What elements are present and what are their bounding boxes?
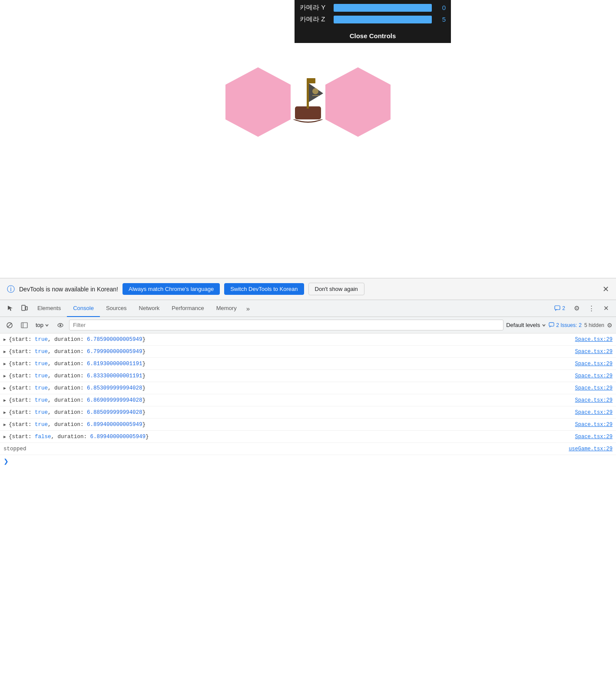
console-eye-button[interactable] [54,320,66,330]
console-log-line: ▶{start: true, duration: 6.8994000000059… [0,419,616,431]
stopped-source[interactable]: useGame.tsx:29 [569,446,613,452]
expand-arrow[interactable]: ▶ [3,361,6,366]
svg-point-5 [312,88,318,94]
banner-close-button[interactable]: ✕ [603,284,609,294]
clear-console-button[interactable] [3,320,16,330]
devtools-main-toolbar: Elements Console Sources Network Perform… [0,300,616,317]
info-icon: ⓘ [7,284,15,294]
source-link[interactable]: Space.tsx:29 [575,349,613,355]
svg-rect-9 [26,307,27,310]
console-log-line: ▶{start: true, duration: 6.8530999999940… [0,382,616,394]
console-log-line: ▶{start: true, duration: 6.8193000000011… [0,358,616,370]
expand-arrow[interactable]: ▶ [3,337,6,342]
svg-rect-10 [555,306,560,310]
close-devtools-button[interactable]: ✕ [600,303,613,314]
console-log-line: ▶{start: true, duration: 6.8690999999940… [0,394,616,406]
devtools-right-icons: 2 ⚙ ⋮ ✕ [551,303,613,314]
svg-rect-8 [22,305,25,310]
source-link[interactable]: Space.tsx:29 [575,422,613,428]
prompt-arrow: ❯ [3,458,9,465]
tab-elements[interactable]: Elements [31,300,67,317]
svg-rect-13 [21,323,27,328]
issues-chat-icon [549,322,554,328]
right-hexagon [321,65,395,139]
camera-z-row: 카메라 Z 5 [300,15,446,23]
source-link[interactable]: Space.tsx:29 [575,434,613,440]
issues-count-value: 2 [562,305,565,311]
console-log-line: ▶{start: true, duration: 6.7999000000059… [0,346,616,358]
svg-marker-0 [225,67,291,137]
issues-badge-count: 2 [579,322,582,328]
camera-y-slider[interactable] [334,4,432,12]
svg-point-16 [60,324,61,326]
svg-rect-4 [307,78,315,83]
svg-line-12 [7,323,12,327]
tab-console[interactable]: Console [67,300,100,317]
cursor-icon [7,305,14,312]
log-text: {start: true, duration: 6.88509999999402… [9,409,575,416]
tab-sources[interactable]: Sources [100,300,133,317]
source-link[interactable]: Space.tsx:29 [575,373,613,379]
devtools-info-text: DevTools is now available in Korean! [19,286,118,293]
source-link[interactable]: Space.tsx:29 [575,361,613,367]
console-log-line: ▶{start: true, duration: 6.8333000000011… [0,370,616,382]
expand-arrow[interactable]: ▶ [3,373,6,379]
expand-arrow[interactable]: ▶ [3,386,6,391]
camera-y-label: 카메라 Y [300,3,330,12]
default-levels-button[interactable]: Default levels [506,322,546,328]
svg-marker-7 [325,67,391,137]
match-language-button[interactable]: Always match Chrome's language [123,283,220,295]
console-issues-count: 2 Issues: 2 [549,322,582,328]
sidebar-icon [21,322,28,329]
more-options-button[interactable]: ⋮ [585,303,598,314]
source-link[interactable]: Space.tsx:29 [575,337,613,343]
ship-svg [284,74,332,130]
camera-z-slider[interactable] [334,16,432,23]
issues-label: 2 Issues: [556,322,577,328]
chevron-down-icon [45,323,49,327]
stopped-text: stopped [3,446,26,452]
stopped-line: stoppeduseGame.tsx:29 [0,443,616,455]
block-icon [6,322,13,329]
console-filter-input[interactable] [69,320,503,330]
log-text: {start: false, duration: 6.8994000000059… [9,434,575,440]
log-text: {start: true, duration: 6.79990000000594… [9,349,575,355]
log-text: {start: true, duration: 6.85309999999402… [9,385,575,391]
source-link[interactable]: Space.tsx:29 [575,397,613,403]
inspect-element-button[interactable] [3,303,17,314]
expand-arrow[interactable]: ▶ [3,422,6,427]
expand-arrow[interactable]: ▶ [3,434,6,439]
log-text: {start: true, duration: 6.78590000000594… [9,337,575,343]
tab-memory[interactable]: Memory [210,300,243,317]
log-text: {start: true, duration: 6.86909999999402… [9,397,575,403]
tab-network[interactable]: Network [133,300,166,317]
issues-badge: 2 [551,304,569,312]
camera-controls-panel: 카메라 Y 0 카메라 Z 5 Close Controls [295,0,451,43]
default-levels-label: Default levels [506,322,540,328]
expand-arrow[interactable]: ▶ [3,398,6,403]
expand-arrow[interactable]: ▶ [3,410,6,415]
source-link[interactable]: Space.tsx:29 [575,409,613,416]
chat-icon [554,305,560,311]
eye-icon [57,322,64,329]
camera-z-label: 카메라 Z [300,15,330,23]
dont-show-again-button[interactable]: Don't show again [308,283,364,295]
camera-y-row: 카메라 Y 0 [300,3,446,12]
close-controls-button[interactable]: Close Controls [300,29,446,43]
expand-arrow[interactable]: ▶ [3,349,6,354]
context-selector[interactable]: top [33,320,52,330]
console-settings-button[interactable]: ⚙ [607,322,613,329]
camera-y-value: 0 [435,4,446,11]
top-label: top [36,322,43,328]
console-prompt-line[interactable]: ❯ [0,455,616,467]
settings-button[interactable]: ⚙ [570,303,583,314]
tab-performance[interactable]: Performance [166,300,210,317]
source-link[interactable]: Space.tsx:29 [575,385,613,391]
svg-rect-17 [549,323,554,326]
sidebar-toggle-button[interactable] [18,320,30,330]
more-tabs-button[interactable]: » [243,303,253,314]
switch-devtools-button[interactable]: Switch DevTools to Korean [224,283,304,295]
device-toolbar-button[interactable] [17,303,31,314]
console-log-line: ▶{start: true, duration: 6.8850999999940… [0,406,616,419]
device-icon [21,305,28,312]
